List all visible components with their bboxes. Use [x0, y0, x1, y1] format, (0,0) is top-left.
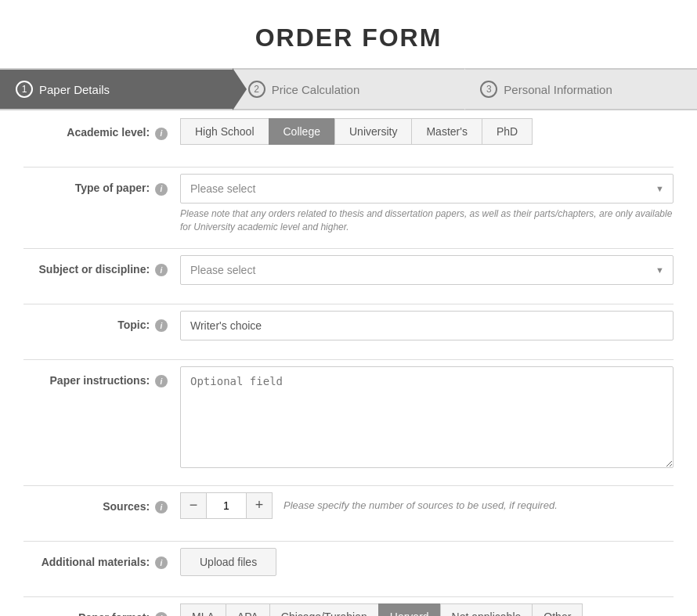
subject-discipline-select-wrapper: Please select: [180, 255, 674, 285]
type-of-paper-label: Type of paper: i: [23, 174, 180, 196]
divider2: [23, 248, 674, 249]
academic-level-info-icon[interactable]: i: [155, 128, 168, 140]
level-btn-college[interactable]: College: [269, 118, 334, 145]
format-btn-other[interactable]: Other: [532, 603, 583, 616]
format-btn-harvard[interactable]: Harvard: [378, 603, 440, 616]
sources-row: Sources: i − 1 + Please specify the numb…: [23, 492, 674, 527]
upload-files-button[interactable]: Upload files: [180, 548, 276, 576]
type-of-paper-select[interactable]: Please select: [180, 174, 674, 204]
paper-format-info-icon[interactable]: i: [155, 612, 168, 616]
additional-materials-row: Additional materials: i Upload files: [23, 548, 674, 582]
sources-value: 1: [207, 492, 246, 519]
level-btn-university[interactable]: University: [334, 118, 411, 145]
divider3: [23, 304, 674, 304]
step-price-calculation[interactable]: 2 Price Calculation: [233, 70, 465, 109]
paper-instructions-row: Paper instructions: i: [23, 366, 674, 471]
sources-increment-button[interactable]: +: [246, 492, 273, 519]
paper-instructions-content: [180, 366, 674, 471]
paper-format-label: Paper format: i: [23, 603, 180, 616]
type-of-paper-select-wrapper: Please select: [180, 174, 674, 204]
type-of-paper-row: Type of paper: i Please select Please no…: [23, 174, 674, 234]
subject-discipline-info-icon[interactable]: i: [155, 264, 168, 276]
sources-info-icon[interactable]: i: [155, 501, 168, 513]
divider6: [23, 541, 674, 542]
step1-label: Paper Details: [39, 83, 110, 96]
topic-input[interactable]: [180, 311, 674, 340]
paper-instructions-textarea[interactable]: [180, 366, 674, 468]
topic-info-icon[interactable]: i: [155, 319, 168, 332]
additional-materials-content: Upload files: [180, 548, 674, 576]
paper-instructions-label: Paper instructions: i: [23, 366, 180, 388]
step1-num: 1: [16, 81, 33, 98]
step-personal-information[interactable]: 3 Personal Information: [464, 70, 697, 109]
academic-level-row: Academic level: i High School College Un…: [23, 118, 674, 153]
academic-level-label: Academic level: i: [23, 118, 180, 140]
subject-discipline-content: Please select: [180, 255, 674, 285]
academic-level-content: High School College University Master's …: [180, 118, 674, 145]
additional-materials-info-icon[interactable]: i: [155, 557, 168, 569]
level-btn-phd[interactable]: PhD: [482, 118, 533, 145]
sources-counter-row: − 1 + Please specify the number of sourc…: [180, 492, 674, 519]
sources-content: − 1 + Please specify the number of sourc…: [180, 492, 674, 519]
divider4: [23, 359, 674, 360]
type-of-paper-note: Please note that any orders related to t…: [180, 207, 674, 234]
step3-num: 3: [480, 81, 497, 98]
paper-format-row: Paper format: i MLA APA Chicago/Turabian…: [23, 603, 674, 616]
format-btn-apa[interactable]: APA: [226, 603, 269, 616]
paper-instructions-info-icon[interactable]: i: [155, 375, 168, 387]
step2-num: 2: [248, 81, 265, 98]
divider5: [23, 485, 674, 486]
step2-label: Price Calculation: [272, 83, 360, 96]
sources-label: Sources: i: [23, 492, 180, 514]
sources-note: Please specify the number of sources to …: [283, 499, 558, 511]
divider1: [23, 167, 674, 168]
subject-discipline-select[interactable]: Please select: [180, 255, 674, 285]
topic-row: Topic: i: [23, 311, 674, 345]
level-btn-high-school[interactable]: High School: [180, 118, 269, 145]
additional-materials-label: Additional materials: i: [23, 548, 180, 570]
subject-discipline-row: Subject or discipline: i Please select: [23, 255, 674, 290]
topic-content: [180, 311, 674, 340]
subject-discipline-label: Subject or discipline: i: [23, 255, 180, 277]
paper-format-content: MLA APA Chicago/Turabian Harvard Not app…: [180, 603, 674, 616]
format-btn-chicago[interactable]: Chicago/Turabian: [269, 603, 378, 616]
page-title: ORDER FORM: [0, 0, 697, 68]
format-btn-mla[interactable]: MLA: [180, 603, 226, 616]
form-container: Academic level: i High School College Un…: [0, 110, 697, 616]
paper-format-buttons: MLA APA Chicago/Turabian Harvard Not app…: [180, 603, 674, 616]
academic-level-buttons: High School College University Master's …: [180, 118, 674, 145]
level-btn-masters[interactable]: Master's: [411, 118, 481, 145]
sources-decrement-button[interactable]: −: [180, 492, 207, 519]
step3-label: Personal Information: [504, 83, 612, 96]
steps-bar: 1 Paper Details 2 Price Calculation 3 Pe…: [0, 68, 697, 110]
step-paper-details[interactable]: 1 Paper Details: [0, 70, 233, 109]
type-of-paper-info-icon[interactable]: i: [155, 183, 168, 196]
topic-label: Topic: i: [23, 311, 180, 333]
type-of-paper-content: Please select Please note that any order…: [180, 174, 674, 234]
format-btn-not-applicable[interactable]: Not applicable: [440, 603, 533, 616]
divider7: [23, 596, 674, 597]
